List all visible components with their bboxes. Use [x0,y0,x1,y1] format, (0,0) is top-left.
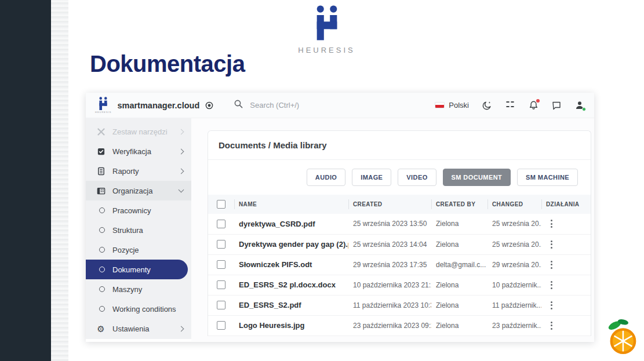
column-header-created-by[interactable]: CREATED BY [431,195,487,214]
column-header-created[interactable]: CREATED [348,195,431,214]
table-row[interactable]: Logo Heuresis.jpg 23 października 2023 0… [208,315,591,336]
sidebar-subitem[interactable]: Maszyny [86,279,188,299]
organizacja-submenu: Pracownicy Struktura Pozycje Dokumenty M… [86,200,191,319]
changed-date: 25 września 20... [487,214,541,234]
row-checkbox[interactable] [217,240,225,249]
sidebar-subitem[interactable]: Working conditions [86,299,188,319]
sidebar-item-weryfikacja[interactable]: Weryfikacja [86,141,191,161]
apps-grid-icon[interactable] [505,100,515,111]
created-by: Zielona [431,234,487,254]
table-row[interactable]: Słowniczek PIFS.odt 29 września 2023 17:… [208,254,591,275]
column-header-name[interactable]: NAME [234,195,348,214]
sidebar: Zestaw narzędzi Weryfikacja [86,118,191,339]
select-all-checkbox[interactable] [217,200,225,209]
table-row[interactable]: ED_ESRS_S2 pl.docx.docx 10 października … [208,275,591,295]
sidebar-subitem[interactable]: Struktura [86,220,188,240]
row-actions-kebab-icon[interactable] [546,261,556,269]
settings-gear-icon: ⚙ [96,324,105,333]
file-name: Dyrektywa gender pay gap (2).pdf [234,234,348,254]
heuresis-brand-name: HEURESIS [298,46,355,54]
sidebar-subitem-label: Dokumenty [112,265,151,274]
notifications-bell-icon[interactable] [528,100,539,111]
filter-button-group: AUDIO IMAGE VIDEO SM DOCUMENT SM MACHINE [208,160,591,195]
sidebar-subitem-label: Maszyny [112,285,142,294]
sidebar-subitem[interactable]: Dokumenty [86,260,188,279]
created-date: 25 września 2023 14:04 [348,234,431,254]
heuresis-logo-icon [312,5,342,43]
filter-button[interactable]: SM DOCUMENT [443,169,511,186]
row-actions-kebab-icon[interactable] [546,301,556,309]
app-brand-name[interactable]: smartmanager.cloud [117,101,199,110]
circle-bullet-icon [99,267,105,272]
row-actions-kebab-icon[interactable] [546,322,556,330]
row-actions-kebab-icon[interactable] [546,281,556,289]
sidebar-item-label: Ustawienia [112,324,172,333]
notification-badge [536,99,540,103]
sidebar-item-label: Organizacja [112,187,172,195]
language-selector[interactable]: Polski [435,101,469,110]
sidebar-item-organizacja[interactable]: Organizacja [86,181,191,200]
created-by: Zielona [431,315,487,336]
created-by: Zielona [431,214,487,234]
sidebar-item-label: Raporty [112,167,172,176]
file-name: ED_ESRS_S2.pdf [234,295,348,315]
row-checkbox[interactable] [217,280,225,289]
row-checkbox[interactable] [217,260,225,269]
media-library-card: Documents / Media library AUDIO IMAGE VI… [208,130,591,336]
filter-button[interactable]: IMAGE [352,169,391,186]
circle-bullet-icon [99,247,105,253]
created-date: 29 września 2023 17:35 [348,254,431,275]
circle-bullet-icon [99,286,105,292]
sidebar-item-ustawienia[interactable]: ⚙ Ustawienia [86,319,191,338]
sidebar-item-raporty[interactable]: Raporty [86,161,191,181]
page-title: Dokumentacja [90,51,245,77]
table-row[interactable]: ED_ESRS_S2.pdf 11 października 2023 10:3… [208,295,591,315]
slide-page: HEURESIS Dokumentacja HEURESIS smartmana… [0,0,644,361]
filter-button[interactable]: AUDIO [307,169,345,186]
sidebar-subitem-label: Working conditions [112,305,176,313]
sidebar-subitem[interactable]: Pozycje [86,240,188,260]
organization-icon [96,186,105,195]
focus-target-icon[interactable] [205,101,214,110]
table-header-row: NAME CREATED CREATED BY CHANGED DZIAŁANI… [208,195,591,214]
search-icon [234,99,243,111]
changed-date: 25 września 20... [487,234,541,254]
language-label: Polski [449,101,469,110]
circle-bullet-icon [99,227,105,233]
poland-flag-icon [435,102,445,108]
search-input[interactable] [250,101,372,110]
filter-button[interactable]: VIDEO [398,169,436,186]
account-person-icon[interactable] [574,100,585,111]
table-row[interactable]: dyrektywa_CSRD.pdf 25 września 2023 13:5… [208,214,591,234]
sidebar-item-label: Zestaw narzędzi [112,127,172,136]
row-checkbox[interactable] [217,220,225,228]
row-actions-kebab-icon[interactable] [546,240,556,249]
created-date: 11 października 2023 10:36 [348,295,431,315]
search-bar[interactable] [234,99,372,111]
chat-icon[interactable] [551,100,562,111]
created-by: Zielona [431,275,487,295]
chevron-right-icon [179,168,184,174]
sidebar-item-zestaw-narzedzi[interactable]: Zestaw narzędzi [86,122,191,141]
chevron-right-icon [179,148,184,154]
documents-table: NAME CREATED CREATED BY CHANGED DZIAŁANI… [208,195,591,336]
dark-mode-moon-icon[interactable] [482,100,492,111]
sidebar-subitem-label: Pozycje [112,246,139,254]
table-row[interactable]: Dyrektywa gender pay gap (2).pdf 25 wrze… [208,234,591,254]
file-name: ED_ESRS_S2 pl.docx.docx [234,275,348,295]
row-checkbox[interactable] [217,321,225,330]
changed-date: 29 września 20... [487,254,541,275]
row-checkbox[interactable] [217,301,225,309]
orange-fruit-logo [604,315,640,359]
created-by: delta@gmail.c... [431,254,487,275]
app-header: HEURESIS smartmanager.cloud [86,93,594,118]
app-logo-icon[interactable]: HEURESIS [95,97,111,114]
filter-button[interactable]: SM MACHINE [517,169,578,186]
row-actions-kebab-icon[interactable] [546,220,556,228]
sidebar-subitem-label: Struktura [112,226,143,235]
created-by: Zielona [431,295,487,315]
chevron-right-icon [179,129,184,134]
column-header-changed[interactable]: CHANGED [487,195,541,214]
sidebar-subitem[interactable]: Pracownicy [86,200,188,220]
chevron-down-icon [179,187,184,193]
